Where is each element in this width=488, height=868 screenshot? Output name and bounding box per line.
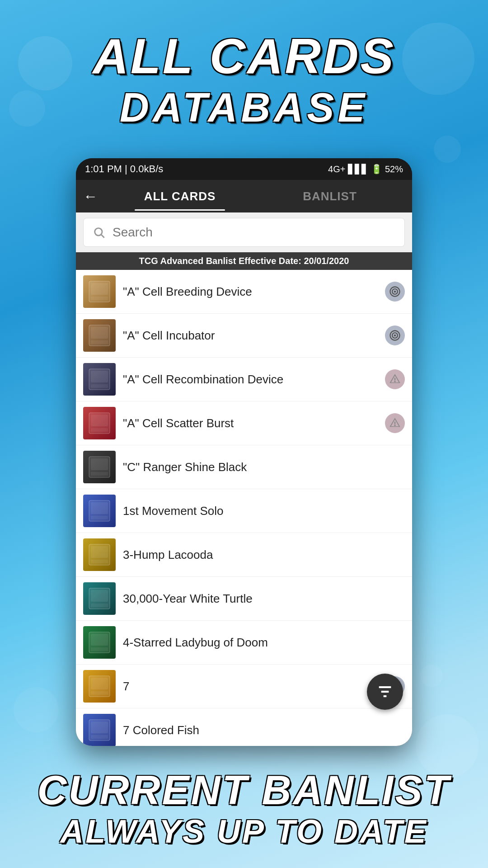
svg-point-13	[394, 381, 396, 382]
card-list: "A" Cell Breeding Device"A" Cell Incubat…	[76, 270, 412, 746]
banlist-notice-date: 20/01/2020	[304, 256, 349, 266]
tab-all-cards[interactable]: ALL CARDS	[105, 182, 255, 211]
svg-rect-25	[91, 516, 108, 519]
svg-rect-41	[91, 735, 108, 739]
svg-point-5	[394, 291, 396, 293]
card-item[interactable]: "A" Cell Scatter Burst	[76, 401, 412, 445]
search-input[interactable]	[113, 225, 395, 240]
status-bar: 1:01 PM | 0.0kB/s 4G+ ▋▋▋ 🔋 52%	[76, 158, 412, 180]
status-battery: 🔋 52%	[371, 164, 403, 175]
svg-rect-16	[91, 415, 108, 426]
svg-rect-4	[91, 297, 108, 300]
card-thumbnail	[83, 451, 116, 483]
svg-rect-8	[91, 340, 108, 344]
card-thumbnail	[83, 714, 116, 746]
card-thumbnail	[83, 538, 116, 571]
spell-icon	[385, 326, 405, 345]
card-name: "A" Cell Incubator	[123, 329, 385, 343]
svg-rect-17	[91, 428, 108, 432]
svg-rect-34	[91, 647, 108, 651]
card-thumbnail	[83, 275, 116, 308]
card-item[interactable]: 30,000-Year White Turtle	[76, 577, 412, 621]
card-item[interactable]: "A" Cell Recombination Device	[76, 358, 412, 401]
svg-rect-37	[91, 691, 108, 695]
card-name: 7 Colored Fish	[123, 723, 405, 737]
card-name: 7	[123, 679, 385, 693]
card-thumbnail	[83, 319, 116, 352]
card-item[interactable]: 7	[76, 665, 412, 708]
back-button[interactable]: ←	[83, 188, 98, 205]
svg-rect-36	[91, 678, 108, 689]
card-thumbnail	[83, 363, 116, 396]
trap-icon	[385, 369, 405, 389]
svg-rect-3	[91, 283, 108, 295]
svg-rect-7	[91, 327, 108, 339]
phone-frame: 1:01 PM | 0.0kB/s 4G+ ▋▋▋ 🔋 52% ← ALL CA…	[76, 158, 412, 746]
svg-rect-12	[91, 384, 108, 388]
top-title-block: ALL CARDS DATABASE	[0, 27, 488, 131]
card-item[interactable]: "A" Cell Breeding Device	[76, 270, 412, 314]
card-item[interactable]: 4-Starred Ladybug of Doom	[76, 621, 412, 665]
search-bar[interactable]	[83, 218, 405, 247]
status-time: 1:01 PM | 0.0kB/s	[85, 163, 163, 175]
svg-rect-22	[91, 472, 108, 476]
banlist-notice: TCG Advanced Banlist Effective Date: 20/…	[76, 252, 412, 270]
svg-rect-31	[91, 604, 108, 607]
card-thumbnail	[83, 670, 116, 703]
svg-rect-24	[91, 502, 108, 514]
svg-rect-14	[394, 378, 395, 381]
card-thumbnail	[83, 495, 116, 527]
card-name: "A" Cell Recombination Device	[123, 373, 385, 387]
top-title-line2: DATABASE	[0, 85, 488, 131]
spell-icon	[385, 282, 405, 302]
card-name: "C" Ranger Shine Black	[123, 460, 405, 474]
card-item[interactable]: "A" Cell Incubator	[76, 314, 412, 358]
top-title-line1: ALL CARDS	[0, 27, 488, 85]
filter-icon	[376, 683, 394, 701]
svg-line-1	[101, 235, 104, 237]
status-right: 4G+ ▋▋▋ 🔋 52%	[328, 164, 403, 175]
svg-rect-21	[91, 458, 108, 470]
card-name: "A" Cell Scatter Burst	[123, 416, 385, 430]
svg-rect-28	[91, 560, 108, 563]
card-name: 1st Movement Solo	[123, 504, 405, 518]
card-item[interactable]: 7 Colored Fish	[76, 708, 412, 746]
bottom-title-line2: ALWAYS UP TO DATE	[0, 813, 488, 850]
card-name: "A" Cell Breeding Device	[123, 285, 385, 299]
trap-icon	[385, 413, 405, 433]
status-network: 4G+	[328, 164, 345, 175]
filter-fab[interactable]	[367, 674, 403, 710]
search-icon	[93, 226, 105, 239]
svg-rect-30	[91, 590, 108, 602]
bottom-title-line1: CURRENT BANLIST	[0, 768, 488, 813]
card-thumbnail	[83, 407, 116, 439]
svg-rect-11	[91, 371, 108, 382]
card-thumbnail	[83, 582, 116, 615]
svg-rect-19	[394, 422, 395, 425]
app-content: ← ALL CARDS BANLIST TCG Advanced Banlist…	[76, 180, 412, 746]
card-item[interactable]: 3-Hump Lacooda	[76, 533, 412, 577]
svg-point-18	[394, 425, 396, 426]
card-name: 30,000-Year White Turtle	[123, 592, 405, 606]
tab-bar: ← ALL CARDS BANLIST	[76, 180, 412, 212]
svg-point-0	[95, 228, 102, 236]
banlist-notice-prefix: TCG Advanced Banlist Effective Date:	[139, 256, 304, 266]
svg-rect-33	[91, 634, 108, 646]
svg-rect-40	[91, 722, 108, 733]
status-signal-icon: ▋▋▋	[348, 164, 368, 175]
card-name: 3-Hump Lacooda	[123, 548, 405, 562]
card-thumbnail	[83, 626, 116, 659]
svg-rect-27	[91, 546, 108, 558]
card-item[interactable]: 1st Movement Solo	[76, 489, 412, 533]
tab-banlist[interactable]: BANLIST	[255, 182, 405, 211]
svg-point-9	[394, 335, 396, 337]
bottom-title-block: CURRENT BANLIST ALWAYS UP TO DATE	[0, 768, 488, 850]
card-name: 4-Starred Ladybug of Doom	[123, 636, 405, 650]
card-item[interactable]: "C" Ranger Shine Black	[76, 445, 412, 489]
